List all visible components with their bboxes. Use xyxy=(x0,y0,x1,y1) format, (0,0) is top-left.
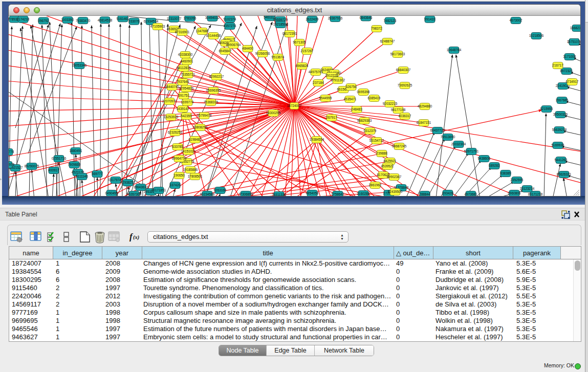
svg-text:216717: 216717 xyxy=(552,63,563,67)
svg-text:62326253: 62326253 xyxy=(168,130,183,134)
svg-text:16682360: 16682360 xyxy=(570,26,580,30)
svg-text:78513690: 78513690 xyxy=(441,135,455,139)
svg-text:98829383: 98829383 xyxy=(357,119,372,122)
svg-text:6945847: 6945847 xyxy=(219,49,232,53)
svg-text:838389: 838389 xyxy=(500,171,511,175)
svg-text:1003390: 1003390 xyxy=(61,18,74,21)
svg-text:4673002: 4673002 xyxy=(510,18,522,22)
svg-text:10218506: 10218506 xyxy=(529,34,544,37)
svg-text:4973681: 4973681 xyxy=(465,192,477,196)
svg-text:0843646: 0843646 xyxy=(360,16,373,19)
svg-text:484400: 484400 xyxy=(242,47,253,50)
svg-text:73692625: 73692625 xyxy=(398,83,412,87)
svg-text:68840307: 68840307 xyxy=(396,68,411,72)
svg-text:8215955: 8215955 xyxy=(540,107,553,111)
svg-text:30494032: 30494032 xyxy=(205,16,220,19)
svg-text:5441262: 5441262 xyxy=(555,158,568,162)
svg-text:10648784: 10648784 xyxy=(447,48,462,52)
svg-text:08172391: 08172391 xyxy=(282,32,297,35)
svg-text:2352595: 2352595 xyxy=(511,178,524,182)
svg-text:9263166: 9263166 xyxy=(214,188,227,192)
svg-text:69964776: 69964776 xyxy=(172,157,187,160)
svg-text:89906764: 89906764 xyxy=(226,43,241,47)
svg-text:3171008: 3171008 xyxy=(563,55,576,58)
svg-text:4036317: 4036317 xyxy=(399,114,411,118)
svg-text:77306898: 77306898 xyxy=(238,192,253,196)
svg-text:569777: 569777 xyxy=(92,172,103,176)
svg-text:75311336: 75311336 xyxy=(272,193,286,196)
svg-text:0695398: 0695398 xyxy=(357,90,370,94)
svg-text:9111146: 9111146 xyxy=(76,174,88,178)
svg-text:2157267: 2157267 xyxy=(301,49,314,53)
svg-text:991433: 991433 xyxy=(424,17,435,21)
svg-text:84112835: 84112835 xyxy=(177,66,191,70)
svg-text:9161461: 9161461 xyxy=(117,17,129,20)
svg-text:2174218: 2174218 xyxy=(17,17,30,21)
svg-text:7909669: 7909669 xyxy=(68,163,81,166)
svg-text:03808294: 03808294 xyxy=(193,125,208,129)
svg-text:42938257: 42938257 xyxy=(121,181,136,184)
svg-text:75355721: 75355721 xyxy=(181,73,195,76)
svg-text:0312379: 0312379 xyxy=(364,129,377,133)
svg-text:9513674: 9513674 xyxy=(272,55,285,59)
svg-text:46814538: 46814538 xyxy=(98,18,113,22)
svg-text:18300295: 18300295 xyxy=(266,111,281,115)
svg-text:61847151: 61847151 xyxy=(417,121,431,124)
svg-text:85626321: 85626321 xyxy=(557,172,572,176)
svg-text:1421774: 1421774 xyxy=(9,150,14,154)
svg-text:05696395: 05696395 xyxy=(206,89,221,92)
svg-text:14151021: 14151021 xyxy=(181,149,196,153)
svg-text:9544999: 9544999 xyxy=(319,96,332,100)
svg-text:98177198: 98177198 xyxy=(391,108,406,112)
svg-text:48294880: 48294880 xyxy=(418,104,432,108)
svg-text:8425921: 8425921 xyxy=(384,159,397,163)
svg-text:13253939: 13253939 xyxy=(164,115,179,119)
svg-text:7482123: 7482123 xyxy=(384,19,397,23)
svg-text:12310077: 12310077 xyxy=(167,17,182,20)
svg-text:43338300: 43338300 xyxy=(178,53,193,56)
svg-text:80234588: 80234588 xyxy=(200,192,215,196)
svg-text:90267304: 90267304 xyxy=(127,192,142,196)
svg-text:4460901: 4460901 xyxy=(181,59,193,63)
svg-text:68440741: 68440741 xyxy=(165,85,180,89)
svg-text:62488747: 62488747 xyxy=(380,39,395,43)
svg-text:400917: 400917 xyxy=(48,168,59,172)
svg-text:689283: 689283 xyxy=(489,164,500,167)
svg-text:69902367: 69902367 xyxy=(387,175,402,179)
svg-text:(x): (x) xyxy=(133,234,139,240)
svg-text:542355: 542355 xyxy=(181,114,192,118)
svg-text:9671305: 9671305 xyxy=(293,40,306,44)
svg-text:61934514: 61934514 xyxy=(144,19,159,23)
svg-text:2622439: 2622439 xyxy=(306,17,319,21)
svg-text:237184: 237184 xyxy=(313,81,324,84)
svg-text:2861962: 2861962 xyxy=(369,183,382,187)
svg-text:02551716: 02551716 xyxy=(52,157,67,160)
svg-text:90266056: 90266056 xyxy=(255,52,270,55)
svg-text:9102374: 9102374 xyxy=(224,17,236,21)
svg-text:19218506: 19218506 xyxy=(273,23,288,26)
svg-text:6734917: 6734917 xyxy=(566,80,579,83)
svg-text:4965824: 4965824 xyxy=(296,64,309,68)
svg-text:15751074: 15751074 xyxy=(567,40,580,43)
svg-text:288844: 288844 xyxy=(419,192,430,196)
svg-text:3160285: 3160285 xyxy=(357,192,370,195)
svg-text:20171851: 20171851 xyxy=(151,188,166,192)
svg-text:096792: 096792 xyxy=(38,19,49,23)
svg-text:82992217: 82992217 xyxy=(209,75,224,78)
svg-text:633785: 633785 xyxy=(172,145,183,148)
svg-text:19384554: 19384554 xyxy=(310,138,324,141)
svg-text:591751: 591751 xyxy=(178,94,189,97)
svg-text:033076: 033076 xyxy=(128,19,140,23)
svg-text:28367916: 28367916 xyxy=(328,16,343,20)
svg-text:798372: 798372 xyxy=(371,27,382,30)
svg-text:7937646: 7937646 xyxy=(177,80,189,83)
svg-text:3783266: 3783266 xyxy=(184,16,197,20)
svg-text:267917: 267917 xyxy=(326,116,337,119)
svg-text:53971791: 53971791 xyxy=(464,149,479,153)
svg-text:0490495: 0490495 xyxy=(105,191,118,195)
svg-text:66875975: 66875975 xyxy=(9,163,15,166)
svg-text:693428: 693428 xyxy=(442,191,453,195)
svg-text:4539522: 4539522 xyxy=(381,164,394,168)
svg-text:47105903: 47105903 xyxy=(150,25,165,28)
svg-text:82439500: 82439500 xyxy=(388,190,403,193)
